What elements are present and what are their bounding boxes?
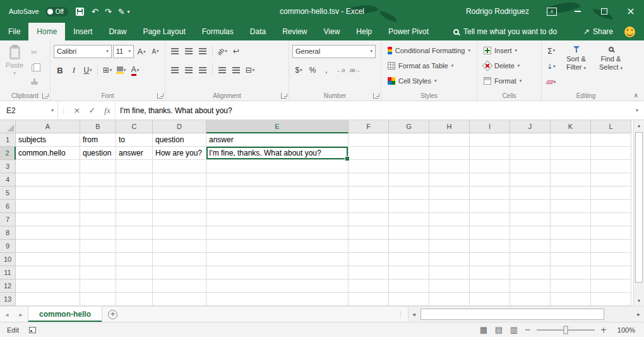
cell-G10[interactable] (389, 253, 429, 266)
expand-formula-bar-icon[interactable]: ▾ (630, 101, 644, 119)
cell-D2[interactable]: How are you? (153, 147, 206, 160)
cell-J8[interactable] (510, 226, 551, 240)
cell-J12[interactable] (510, 279, 551, 293)
cell-A10[interactable] (16, 253, 80, 266)
cell-L12[interactable] (591, 279, 631, 293)
view-page-layout-button[interactable]: ▤ (491, 325, 506, 334)
cell-E2[interactable]: I'm fine, thanks. What about you? (206, 147, 349, 160)
macro-record-icon[interactable] (29, 327, 36, 333)
increase-decimal-button[interactable]: ←.0 (334, 63, 347, 77)
zoom-slider-thumb[interactable] (564, 326, 568, 334)
cell-J10[interactable] (510, 253, 551, 266)
column-header-D[interactable]: D (153, 120, 206, 133)
column-header-I[interactable]: I (470, 120, 510, 133)
cell-E1[interactable]: answer (206, 133, 349, 147)
cell-B13[interactable] (80, 293, 116, 306)
cell-C4[interactable] (116, 173, 153, 187)
column-header-E[interactable]: E (206, 120, 349, 133)
cell-G13[interactable] (389, 293, 429, 306)
cell-A4[interactable] (16, 173, 80, 187)
font-dialog-launcher[interactable] (157, 93, 163, 99)
conditional-formatting-button[interactable]: Conditional Formatting ▾ (385, 44, 474, 58)
cell-K1[interactable] (551, 133, 591, 147)
cell-G4[interactable] (389, 173, 429, 187)
cell-J4[interactable] (510, 173, 551, 187)
cell-F8[interactable] (349, 226, 389, 240)
align-middle-button[interactable] (182, 44, 195, 58)
cell-B5[interactable] (80, 187, 116, 200)
cell-K3[interactable] (551, 160, 591, 173)
cell-H2[interactable] (429, 147, 470, 160)
column-header-F[interactable]: F (349, 120, 389, 133)
cell-F2[interactable] (349, 147, 389, 160)
decrease-decimal-button[interactable]: .00→ (348, 63, 361, 77)
column-header-G[interactable]: G (389, 120, 429, 133)
cell-I11[interactable] (470, 266, 510, 279)
underline-button[interactable]: U▾ (81, 63, 94, 77)
increase-font-size-button[interactable]: A▴ (135, 44, 148, 58)
share-button[interactable]: ↗ Share (583, 23, 613, 40)
cell-G6[interactable] (389, 200, 429, 213)
cell-L13[interactable] (591, 293, 631, 306)
cell-I4[interactable] (470, 173, 510, 187)
zoom-out-button[interactable]: − (522, 325, 534, 334)
view-normal-button[interactable]: ▦ (476, 325, 491, 334)
scroll-down-icon[interactable]: ▾ (634, 295, 644, 306)
fill-button[interactable]: ↓▾ (545, 59, 558, 73)
cell-L7[interactable] (591, 213, 631, 226)
cell-L8[interactable] (591, 226, 631, 240)
alignment-dialog-launcher[interactable] (281, 93, 287, 99)
cell-H3[interactable] (429, 160, 470, 173)
autosave-toggle[interactable]: Off (45, 7, 68, 16)
copy-icon[interactable] (27, 61, 41, 74)
zoom-slider[interactable] (537, 329, 595, 331)
row-header-8[interactable]: 8 (0, 226, 16, 240)
cell-H8[interactable] (429, 226, 470, 240)
cell-E13[interactable] (206, 293, 349, 306)
cell-B7[interactable] (80, 213, 116, 226)
cell-B6[interactable] (80, 200, 116, 213)
column-header-J[interactable]: J (510, 120, 551, 133)
sheet-nav-right-icon[interactable]: ▸ (14, 307, 28, 322)
cell-C8[interactable] (116, 226, 153, 240)
cell-I10[interactable] (470, 253, 510, 266)
row-header-4[interactable]: 4 (0, 173, 16, 187)
cell-H11[interactable] (429, 266, 470, 279)
cell-H1[interactable] (429, 133, 470, 147)
cell-E3[interactable] (206, 160, 349, 173)
format-painter-icon[interactable] (27, 77, 41, 89)
cell-L9[interactable] (591, 240, 631, 253)
cell-C9[interactable] (116, 240, 153, 253)
pen-icon[interactable]: ✎ (118, 8, 125, 16)
align-bottom-button[interactable] (196, 44, 209, 58)
cell-B8[interactable] (80, 226, 116, 240)
cell-F12[interactable] (349, 279, 389, 293)
cell-J11[interactable] (510, 266, 551, 279)
cell-B2[interactable]: question (80, 147, 116, 160)
tab-home[interactable]: Home (28, 23, 65, 40)
enter-entry-button[interactable]: ✓ (85, 101, 100, 119)
cell-G3[interactable] (389, 160, 429, 173)
cut-icon[interactable]: ✂ (27, 46, 41, 59)
tab-page-layout[interactable]: Page Layout (134, 23, 193, 40)
name-box[interactable]: E2 ▾ (0, 101, 58, 119)
view-page-break-button[interactable]: ▥ (506, 325, 522, 334)
cell-C10[interactable] (116, 253, 153, 266)
format-cells-button[interactable]: Format ▾ (480, 74, 538, 88)
cell-J6[interactable] (510, 200, 551, 213)
cell-C3[interactable] (116, 160, 153, 173)
undo-icon[interactable]: ↶ (92, 8, 98, 16)
ribbon-display-options-icon[interactable]: ∧ (547, 8, 557, 16)
cell-I7[interactable] (470, 213, 510, 226)
row-header-11[interactable]: 11 (0, 266, 16, 279)
cell-K2[interactable] (551, 147, 591, 160)
font-family-select[interactable]: Calibri ▾ (54, 45, 112, 58)
align-right-button[interactable] (196, 63, 209, 77)
cell-A2[interactable]: common.hello (16, 147, 80, 160)
cell-H6[interactable] (429, 200, 470, 213)
cell-J9[interactable] (510, 240, 551, 253)
cell-D1[interactable]: question (153, 133, 206, 147)
tab-file[interactable]: File (0, 23, 28, 40)
comma-style-button[interactable]: , (320, 63, 333, 77)
cell-C5[interactable] (116, 187, 153, 200)
